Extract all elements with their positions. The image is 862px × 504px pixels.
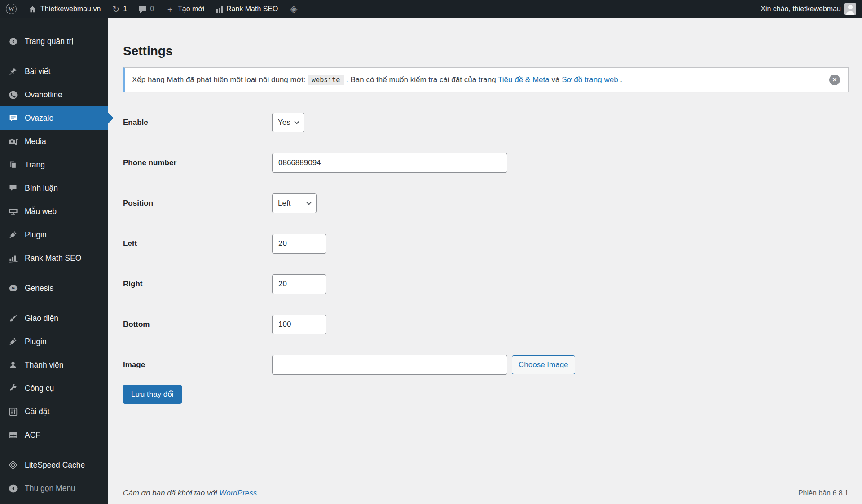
sidebar-item-label: Thu gọn Menu [25,484,75,493]
wordpress-logo-menu[interactable]: W [0,0,22,18]
sidebar-separator [0,270,108,276]
sidebar-item-label: Bài viết [25,67,50,76]
notice-text: Xếp hạng Math đã phát hiện một loại nội … [132,74,824,86]
sidebar-item-genesis[interactable]: G Genesis [0,276,108,300]
user-icon [8,360,18,370]
comments-menu[interactable]: 0 [133,0,160,18]
sidebar-item-rank-math[interactable]: Rank Math SEO [0,246,108,270]
new-content-label: Tạo mới [178,5,204,13]
image-input[interactable] [272,355,507,375]
sidebar-item-tools[interactable]: Công cụ [0,377,108,400]
sidebar-item-label: Plugin [25,230,47,240]
sidebar-item-ovazalo[interactable]: Ovazalo [0,106,108,130]
sidebar-item-label: Mẫu web [25,207,57,216]
notice-text-end: . [620,75,622,84]
enable-select[interactable]: Yes [272,113,304,132]
update-count: 1 [123,5,127,13]
sidebar-item-label: Ovazalo [25,114,53,123]
table-icon [8,430,18,440]
comment-count: 0 [150,5,154,13]
bottom-input[interactable] [272,315,326,334]
sidebar-item-users[interactable]: Thành viên [0,353,108,377]
media-camera-icon [8,136,18,146]
svg-text:G: G [12,286,15,290]
pushpin-icon [8,66,18,76]
dashboard-gauge-icon [8,36,18,46]
wordpress-logo-icon: W [6,4,17,14]
admin-bar: W Thietkewebmau.vn ↻ 1 0 ＋ Tạo mới Rank … [0,0,862,18]
page-title: Settings [123,44,849,58]
choose-image-button[interactable]: Choose Image [512,355,575,374]
footer-thanks-text: Cảm ơn bạn đã khởi tạo với [123,489,217,497]
greeting-text: Xin chào, thietkewebmau [761,5,841,13]
my-account-menu[interactable]: Xin chào, thietkewebmau [755,0,862,18]
sidebar-item-posts[interactable]: Bài viết [0,60,108,83]
sidebar-item-dashboard[interactable]: Trang quản trị [0,30,108,53]
save-changes-button[interactable]: Lưu thay đổi [123,385,182,404]
rank-math-notice: Xếp hạng Math đã phát hiện một loại nội … [123,67,849,92]
sidebar-item-templates[interactable]: Mẫu web [0,200,108,223]
version-text: Phiên bản 6.8.1 [798,489,849,497]
comment-icon [139,6,146,11]
admin-bar-left: W Thietkewebmau.vn ↻ 1 0 ＋ Tạo mới Rank … [0,0,303,18]
update-icon: ↻ [112,5,119,13]
phone-input[interactable] [272,153,507,173]
footer-thanks-period: . [257,489,259,497]
sidebar-item-pages[interactable]: Trang [0,153,108,176]
litespeed-menu[interactable]: ◈ [284,0,303,18]
sidebar-separator [0,447,108,453]
chat-bubble-icon [8,113,18,123]
footer: Cảm ơn bạn đã khởi tạo với WordPress. Ph… [123,489,849,498]
right-input[interactable] [272,274,326,294]
seo-chart-icon [8,253,18,263]
rank-math-menu[interactable]: Rank Math SEO [210,0,284,18]
rank-math-label: Rank Math SEO [226,5,278,13]
sidebar-item-label: Công cụ [25,384,54,393]
position-select[interactable]: Left [272,193,317,213]
sidebar-item-label: LiteSpeed Cache [25,460,85,470]
notice-code: website [308,75,344,85]
sidebar-item-label: Trang quản trị [25,37,73,46]
avatar [844,3,856,15]
admin-sidebar: Trang quản trị Bài viết Ovahotline Ovaza… [0,18,108,504]
bottom-label: Bottom [123,320,272,329]
pages-icon [8,160,18,170]
left-input[interactable] [272,234,326,254]
sidebar-collapse-menu[interactable]: Thu gọn Menu [0,477,108,500]
sidebar-item-litespeed[interactable]: LiteSpeed Cache [0,453,108,477]
enable-row: Enable Yes [123,113,849,132]
updates-menu[interactable]: ↻ 1 [106,0,133,18]
sitemap-link[interactable]: Sơ đồ trang web [562,75,618,84]
sidebar-item-ovahotline[interactable]: Ovahotline [0,83,108,106]
collapse-arrow-icon [8,483,18,493]
plug-icon [8,337,18,346]
sidebar-item-appearance[interactable]: Giao diện [0,307,108,330]
admin-bar-right: Xin chào, thietkewebmau [755,0,862,18]
sidebar-separator [0,300,108,307]
sidebar-item-label: Ovahotline [25,90,62,100]
wordpress-link[interactable]: WordPress [219,489,257,497]
enable-label: Enable [123,118,272,127]
wrench-icon [8,383,18,393]
site-menu[interactable]: Thietkewebmau.vn [22,0,106,18]
notice-text-before: Xếp hạng Math đã phát hiện một loại nội … [132,75,305,84]
footer-thanks: Cảm ơn bạn đã khởi tạo với WordPress. [123,489,259,498]
image-row: Image Choose Image [123,355,849,375]
paintbrush-icon [8,313,18,323]
sidebar-item-acf[interactable]: ACF [0,423,108,447]
new-content-menu[interactable]: ＋ Tạo mới [160,0,210,18]
sidebar-item-media[interactable]: Media [0,130,108,153]
sidebar-item-comments[interactable]: Bình luận [0,176,108,200]
titles-meta-link[interactable]: Tiêu đề & Meta [498,75,550,84]
sidebar-item-plugins[interactable]: Plugin [0,223,108,246]
sidebar-item-settings[interactable]: Cài đặt [0,400,108,423]
dismiss-notice-button[interactable]: ✕ [829,75,840,85]
litespeed-diamond-icon [8,460,18,470]
main-content: Settings Xếp hạng Math đã phát hiện một … [108,18,862,504]
sidebar-item-plugins-2[interactable]: Plugin [0,330,108,353]
sidebar-item-label: Cài đặt [25,407,49,416]
image-label: Image [123,360,272,369]
notice-text-and: và [551,75,559,84]
left-row: Left [123,234,849,254]
sidebar-item-label: Genesis [25,284,53,293]
